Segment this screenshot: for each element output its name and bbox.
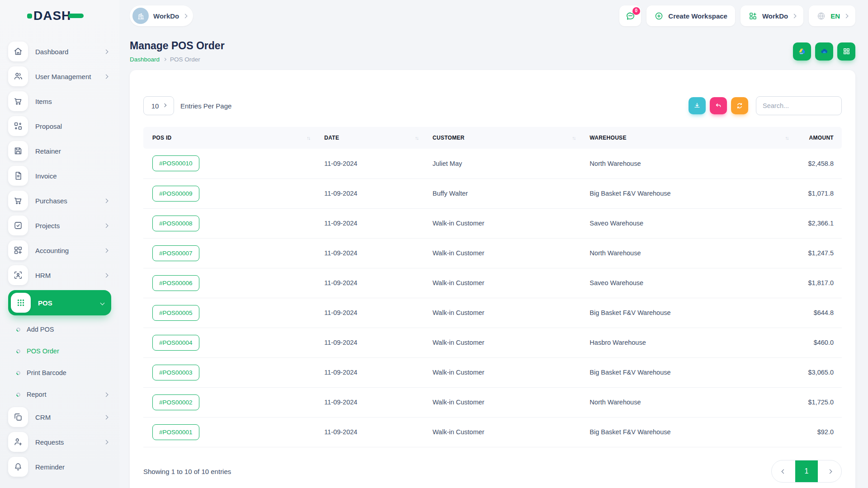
user-scan-icon bbox=[8, 265, 28, 285]
bullet-icon bbox=[15, 392, 21, 398]
sidebar-item[interactable]: CRM bbox=[8, 407, 111, 427]
pos-id-link[interactable]: #POS00002 bbox=[152, 394, 199, 410]
google-drive-button[interactable] bbox=[793, 42, 811, 61]
order-customer: Juliet May bbox=[426, 149, 584, 178]
refresh-icon bbox=[736, 102, 744, 110]
breadcrumb-dashboard-link[interactable]: Dashboard bbox=[130, 56, 160, 63]
sidebar-item[interactable]: Report bbox=[8, 385, 111, 404]
order-warehouse: Big Basket F&V Warehouse bbox=[583, 178, 796, 208]
sort-icon[interactable]: ↑↓ bbox=[307, 135, 311, 141]
pos-id-link[interactable]: #POS00010 bbox=[152, 155, 199, 171]
cart-icon bbox=[8, 191, 28, 211]
order-amount: $1,071.8 bbox=[797, 178, 842, 208]
sidebar-item[interactable]: Print Barcode bbox=[8, 364, 111, 382]
undo-button[interactable] bbox=[710, 97, 727, 114]
messages-button[interactable]: 0 bbox=[619, 5, 641, 26]
sidebar-item-label: Requests bbox=[35, 438, 64, 446]
create-workspace-button[interactable]: Create Workspace bbox=[646, 5, 735, 26]
sidebar-item[interactable]: Dashboard bbox=[8, 42, 111, 61]
order-amount: $1,817.0 bbox=[797, 268, 842, 298]
sidebar-item[interactable]: Requests bbox=[8, 432, 111, 452]
sidebar-item-label: Accounting bbox=[35, 247, 69, 254]
sidebar-item-label: Invoice bbox=[35, 172, 57, 180]
pagination-current-page[interactable]: 1 bbox=[795, 460, 818, 482]
onedrive-button[interactable] bbox=[815, 42, 833, 61]
table-row: #POS00002 11-09-2024 Walk-in Customer No… bbox=[143, 387, 842, 417]
sort-icon[interactable]: ↑↓ bbox=[572, 135, 577, 141]
order-customer: Walk-in Customer bbox=[426, 357, 584, 387]
chevron-icon bbox=[104, 441, 108, 444]
sidebar-item[interactable]: Projects bbox=[8, 216, 111, 235]
order-warehouse: Big Basket F&V Warehouse bbox=[583, 417, 796, 447]
sort-icon[interactable]: ↑↓ bbox=[785, 135, 790, 141]
table-row: #POS00004 11-09-2024 Walk-in Customer Ha… bbox=[143, 328, 842, 357]
logo-text: DASH bbox=[33, 9, 71, 23]
sidebar-item[interactable]: POS bbox=[8, 290, 111, 315]
chevron-icon bbox=[104, 75, 108, 78]
pos-id-link[interactable]: #POS00007 bbox=[152, 245, 199, 261]
order-customer: Walk-in Customer bbox=[426, 298, 584, 328]
app-logo[interactable]: DASH bbox=[27, 9, 84, 23]
sidebar-item-label: HRM bbox=[35, 272, 51, 279]
workspace-name: WorkDo bbox=[153, 12, 179, 20]
column-header-warehouse[interactable]: WAREHOUSE↑↓ bbox=[583, 127, 796, 149]
export-download-button[interactable] bbox=[689, 97, 706, 114]
sidebar-item[interactable]: Reminder bbox=[8, 457, 111, 477]
pagination-prev-button[interactable] bbox=[772, 460, 795, 482]
sidebar-item[interactable]: Purchases bbox=[8, 191, 111, 211]
sort-icon[interactable]: ↑↓ bbox=[415, 135, 420, 141]
bullet-icon bbox=[15, 370, 21, 376]
pos-id-link[interactable]: #POS00006 bbox=[152, 275, 199, 291]
bell-icon bbox=[8, 457, 28, 477]
sidebar-item[interactable]: HRM bbox=[8, 265, 111, 285]
sidebar-item[interactable]: User Management bbox=[8, 66, 111, 86]
pos-id-link[interactable]: #POS00001 bbox=[152, 424, 199, 440]
sidebar-item[interactable]: Add POS bbox=[8, 320, 111, 338]
order-date: 11-09-2024 bbox=[318, 238, 426, 268]
pagination-next-button[interactable] bbox=[818, 460, 841, 482]
google-drive-icon bbox=[797, 47, 807, 56]
column-header-date[interactable]: DATE↑↓ bbox=[318, 127, 426, 149]
order-date: 11-09-2024 bbox=[318, 268, 426, 298]
sidebar-item[interactable]: Items bbox=[8, 91, 111, 111]
pos-id-link[interactable]: #POS00005 bbox=[152, 305, 199, 321]
order-amount: $92.0 bbox=[797, 417, 842, 447]
column-header-customer[interactable]: CUSTOMER↑↓ bbox=[426, 127, 584, 149]
pos-id-link[interactable]: #POS00008 bbox=[152, 216, 199, 231]
chevron-icon bbox=[104, 199, 108, 202]
order-date: 11-09-2024 bbox=[318, 298, 426, 328]
chevron-icon bbox=[104, 50, 108, 53]
pos-id-link[interactable]: #POS00009 bbox=[152, 186, 199, 202]
chevron-down-icon bbox=[844, 14, 849, 18]
check-square-icon bbox=[8, 216, 28, 235]
sidebar-item[interactable]: POS Order bbox=[8, 342, 111, 360]
table-row: #POS00007 11-09-2024 Walk-in Customer No… bbox=[143, 238, 842, 268]
column-header-pos-id[interactable]: POS ID↑↓ bbox=[143, 127, 318, 149]
workspace-selector[interactable]: WorkDo bbox=[130, 5, 193, 26]
breadcrumb-current: POS Order bbox=[170, 56, 200, 63]
onedrive-icon bbox=[820, 47, 829, 56]
order-warehouse: North Warehouse bbox=[583, 387, 796, 417]
table-row: #POS00010 11-09-2024 Juliet May North Wa… bbox=[143, 149, 842, 178]
workspace-switcher-button[interactable]: WorkDo bbox=[741, 5, 803, 26]
sidebar-item[interactable]: Accounting bbox=[8, 240, 111, 260]
sidebar-item[interactable]: Proposal bbox=[8, 116, 111, 136]
column-header-amount[interactable]: AMOUNT bbox=[797, 127, 842, 149]
plus-circle-icon bbox=[654, 11, 664, 21]
user-plus-icon bbox=[8, 432, 28, 452]
search-input[interactable] bbox=[756, 96, 842, 115]
order-amount: $3,065.0 bbox=[797, 357, 842, 387]
pos-id-link[interactable]: #POS00004 bbox=[152, 335, 199, 351]
grid-view-button[interactable] bbox=[837, 42, 855, 61]
refresh-button[interactable] bbox=[731, 97, 748, 114]
chevron-down-icon bbox=[163, 103, 166, 107]
entries-summary: Showing 1 to 10 of 10 entries bbox=[143, 468, 231, 475]
order-warehouse: North Warehouse bbox=[583, 238, 796, 268]
order-amount: $2,458.8 bbox=[797, 149, 842, 178]
language-selector[interactable]: EN bbox=[809, 5, 855, 26]
pos-id-link[interactable]: #POS00003 bbox=[152, 365, 199, 380]
sidebar-item[interactable]: Invoice bbox=[8, 166, 111, 186]
entries-per-page-select[interactable]: 10 bbox=[143, 96, 174, 115]
sidebar-item-label: Items bbox=[35, 98, 52, 105]
sidebar-item[interactable]: Retainer bbox=[8, 141, 111, 161]
